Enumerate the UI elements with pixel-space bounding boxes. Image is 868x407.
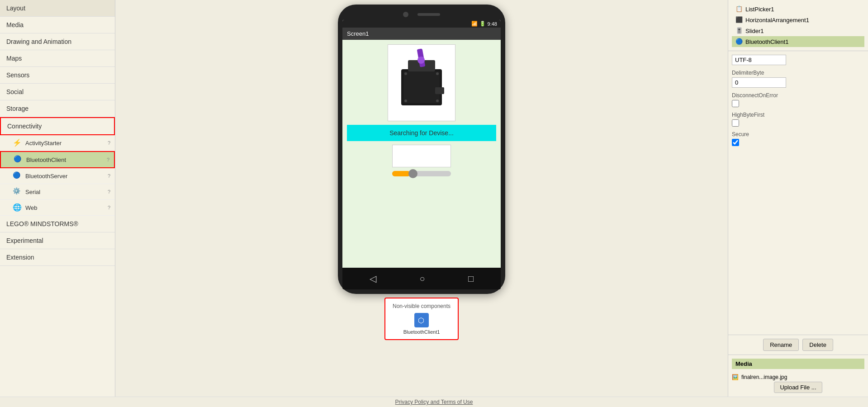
sidebar-item-bluetooth-client[interactable]: 🔵 BluetoothClient ? bbox=[0, 151, 115, 168]
secure-checkbox[interactable] bbox=[732, 139, 739, 146]
bluetooth-client-icon: ⬡ bbox=[414, 313, 429, 327]
delimiter-input[interactable] bbox=[732, 77, 786, 88]
servo-svg bbox=[392, 47, 451, 119]
disconnect-checkbox[interactable] bbox=[732, 100, 739, 107]
phone-content: Searching for Devise... bbox=[342, 40, 501, 268]
phone-speaker bbox=[417, 13, 440, 16]
delimiter-label: DelimiterByte bbox=[732, 70, 864, 76]
sidebar-item-label: Web bbox=[25, 204, 38, 211]
sidebar-item-activity-starter[interactable]: ⚡ ActivityStarter ? bbox=[0, 135, 115, 151]
svg-point-8 bbox=[436, 99, 439, 102]
help-icon[interactable]: ? bbox=[108, 173, 110, 179]
component-label: Slider1 bbox=[745, 28, 764, 34]
image-icon: 🖼️ bbox=[732, 374, 739, 380]
phone-camera bbox=[403, 12, 408, 17]
sidebar-category-maps[interactable]: Maps bbox=[0, 50, 115, 67]
encoding-input[interactable] bbox=[732, 55, 786, 65]
bluetooth-server-icon: 🔵 bbox=[13, 171, 22, 180]
home-button[interactable]: ○ bbox=[419, 274, 425, 284]
web-icon: 🌐 bbox=[13, 203, 22, 212]
privacy-link[interactable]: Privacy Policy and Terms of Use bbox=[395, 399, 473, 405]
non-visible-title: Non-visible components bbox=[393, 303, 451, 309]
right-panel: 📋 ListPicker1 ⬛ HorizontalArrangement1 🎚… bbox=[728, 0, 868, 397]
sidebar-category-connectivity[interactable]: Connectivity bbox=[0, 117, 115, 135]
wifi-icon: 📶 bbox=[471, 21, 478, 27]
file-name: finalren...image.jpg bbox=[741, 374, 787, 380]
media-header: Media bbox=[732, 359, 864, 369]
disconnect-prop: DisconnectOnError bbox=[732, 92, 864, 107]
bolt-icon: ⚡ bbox=[13, 138, 22, 147]
horiz-arr-icon: ⬛ bbox=[735, 16, 743, 24]
serial-icon: ⚙️ bbox=[13, 187, 22, 196]
sidebar: Layout Media Drawing and Animation Maps … bbox=[0, 0, 115, 397]
battery-icon: 🔋 bbox=[479, 21, 486, 27]
help-icon[interactable]: ? bbox=[108, 205, 110, 210]
highbyte-checkbox[interactable] bbox=[732, 119, 739, 127]
bluetooth-icon: 🔵 bbox=[14, 155, 23, 164]
slider-fill bbox=[392, 171, 410, 176]
sidebar-item-serial[interactable]: ⚙️ Serial ? bbox=[0, 184, 115, 200]
center-canvas: 📶 🔋 9:48 Screen1 bbox=[115, 0, 728, 397]
searching-label: Searching for Devise... bbox=[389, 129, 454, 137]
svg-rect-1 bbox=[403, 71, 440, 103]
help-icon[interactable]: ? bbox=[107, 157, 109, 162]
sidebar-item-label: BluetoothClient bbox=[26, 156, 66, 163]
sidebar-category-layout[interactable]: Layout bbox=[0, 0, 115, 17]
sidebar-category-drawing[interactable]: Drawing and Animation bbox=[0, 33, 115, 50]
delimiter-prop: DelimiterByte bbox=[732, 70, 864, 88]
sidebar-category-experimental[interactable]: Experimental bbox=[0, 232, 115, 249]
upload-button[interactable]: Upload File ... bbox=[774, 382, 822, 393]
slider-track[interactable] bbox=[392, 171, 451, 176]
sidebar-item-label: Serial bbox=[25, 189, 40, 195]
disconnect-label: DisconnectOnError bbox=[732, 92, 864, 99]
slider-thumb[interactable] bbox=[408, 169, 417, 178]
phone-top-bar bbox=[342, 9, 501, 20]
sidebar-item-label: BluetoothServer bbox=[25, 173, 67, 180]
bt-client-icon: 🔵 bbox=[735, 38, 743, 45]
screen-title: Screen1 bbox=[347, 30, 369, 37]
slider-icon: 🎚️ bbox=[735, 27, 743, 34]
highbyte-prop: HighByteFirst bbox=[732, 112, 864, 127]
servo-image-container bbox=[388, 44, 455, 121]
component-label: HorizontalArrangement1 bbox=[745, 17, 809, 24]
phone-screen: 📶 🔋 9:48 Screen1 bbox=[342, 20, 501, 289]
help-icon[interactable]: ? bbox=[108, 140, 110, 146]
component-list-picker[interactable]: 📋 ListPicker1 bbox=[732, 4, 864, 14]
sidebar-item-bluetooth-server[interactable]: 🔵 BluetoothServer ? bbox=[0, 168, 115, 184]
phone-title-bar: Screen1 bbox=[342, 28, 501, 40]
recents-button[interactable]: □ bbox=[468, 274, 474, 284]
svg-point-5 bbox=[404, 72, 407, 75]
secure-prop: Secure bbox=[732, 131, 864, 146]
sidebar-item-web[interactable]: 🌐 Web ? bbox=[0, 200, 115, 216]
sidebar-category-sensors[interactable]: Sensors bbox=[0, 67, 115, 84]
nv-component-label: BluetoothClient1 bbox=[403, 329, 440, 335]
nv-bluetooth-client[interactable]: ⬡ BluetoothClient1 bbox=[403, 313, 440, 335]
sidebar-category-media[interactable]: Media bbox=[0, 17, 115, 33]
sidebar-category-social[interactable]: Social bbox=[0, 84, 115, 100]
svg-point-6 bbox=[436, 72, 439, 75]
sidebar-category-lego[interactable]: LEGO® MINDSTORMS® bbox=[0, 216, 115, 232]
properties-section: DelimiterByte DisconnectOnError HighByte… bbox=[728, 51, 868, 335]
media-section: Media 🖼️ finalren...image.jpg Upload Fil… bbox=[728, 355, 868, 397]
delete-button[interactable]: Delete bbox=[802, 339, 833, 351]
svg-point-4 bbox=[417, 57, 425, 64]
sidebar-category-storage[interactable]: Storage bbox=[0, 100, 115, 117]
media-file-item: 🖼️ finalren...image.jpg bbox=[732, 373, 864, 382]
searching-button[interactable]: Searching for Devise... bbox=[347, 125, 496, 141]
list-picker-icon: 📋 bbox=[735, 5, 743, 13]
sidebar-category-extension[interactable]: Extension bbox=[0, 249, 115, 266]
svg-rect-9 bbox=[435, 87, 444, 94]
time-display: 9:48 bbox=[488, 21, 497, 27]
highbyte-label: HighByteFirst bbox=[732, 112, 864, 118]
encoding-prop bbox=[732, 55, 864, 65]
sidebar-item-label: ActivityStarter bbox=[25, 140, 62, 147]
component-bt-client[interactable]: 🔵 BluetoothClient1 bbox=[732, 36, 864, 47]
help-icon[interactable]: ? bbox=[108, 189, 110, 194]
list-picker-display bbox=[392, 145, 451, 167]
component-horiz-arr[interactable]: ⬛ HorizontalArrangement1 bbox=[732, 14, 864, 25]
rename-button[interactable]: Rename bbox=[763, 339, 799, 351]
back-button[interactable]: ◁ bbox=[370, 273, 376, 284]
component-slider[interactable]: 🎚️ Slider1 bbox=[732, 25, 864, 36]
svg-point-7 bbox=[404, 99, 407, 102]
phone-nav-bar: ◁ ○ □ bbox=[342, 268, 501, 289]
